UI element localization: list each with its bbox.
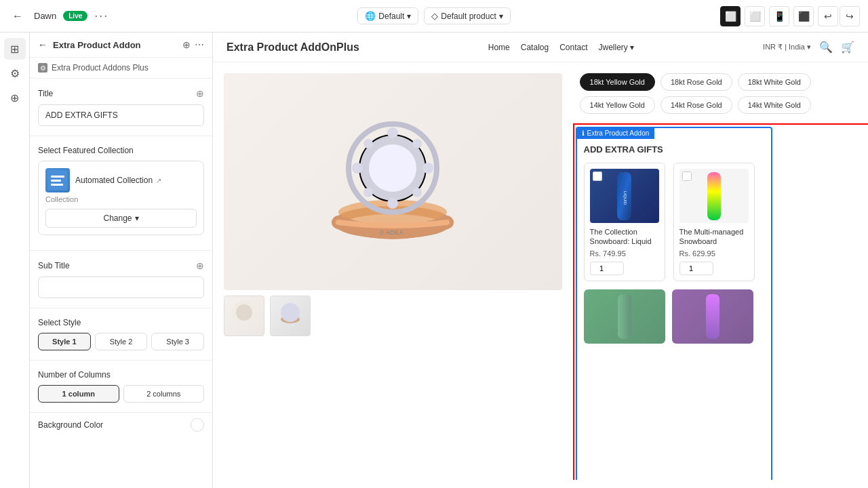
tablet-view-btn[interactable]: ⬜ (745, 6, 765, 26)
bg-color-section: Background Color (30, 413, 212, 437)
product-selector[interactable]: Default product ▾ (424, 7, 510, 24)
svg-point-22 (281, 303, 300, 322)
product-2-price: Rs. 629.95 (679, 249, 749, 258)
thumbnail-1[interactable] (224, 296, 264, 336)
product-2-qty[interactable] (679, 262, 713, 275)
more-button[interactable]: ··· (94, 9, 108, 23)
external-link-icon[interactable]: ↗ (156, 177, 161, 184)
product-grid: LIQUID The Collection Snowboard: Liquid … (584, 163, 764, 281)
collection-label: Select Featured Collection (38, 146, 134, 155)
2-columns-btn[interactable]: 2 columns (123, 385, 205, 403)
extra-view-btn[interactable]: ⬛ (793, 6, 814, 26)
svg-point-16 (363, 188, 373, 197)
breadcrumb-icon: ⚙ (38, 63, 47, 73)
theme-selector[interactable]: Default ▾ (357, 7, 418, 24)
product-1-qty[interactable] (590, 262, 624, 275)
live-badge: Live (63, 11, 87, 21)
cart-icon[interactable]: 🛒 (841, 41, 854, 54)
1-column-btn[interactable]: 1 column (38, 385, 119, 403)
collection-section: Select Featured Collection Auto (30, 136, 212, 251)
product-1-price: Rs. 749.95 (590, 249, 659, 258)
panel-title: Extra Product Addon (53, 40, 177, 50)
product-checkbox-1[interactable] (593, 171, 602, 181)
18kt-white-gold-btn[interactable]: 18kt White Gold (738, 73, 811, 91)
svg-point-11 (387, 198, 398, 209)
addon-product-3-preview (584, 289, 665, 344)
collection-name: Automated Collection (75, 176, 153, 185)
collection-thumbnail (45, 168, 70, 192)
18kt-rose-gold-btn[interactable]: 18kt Rose Gold (660, 73, 732, 91)
svg-point-9 (369, 144, 416, 192)
panel-back-icon[interactable]: ← (38, 39, 47, 50)
svg-text:⊙ ADILA: ⊙ ADILA (379, 229, 403, 236)
sidebar-icon-sections[interactable]: ⊞ (4, 38, 26, 60)
svg-rect-3 (51, 184, 63, 186)
style-label: Select Style (38, 318, 81, 327)
search-icon[interactable]: 🔍 (819, 41, 833, 54)
thumbnail-2[interactable] (270, 296, 311, 336)
nav-contact[interactable]: Contact (559, 43, 587, 52)
14kt-rose-gold-btn[interactable]: 14kt Rose Gold (660, 96, 732, 114)
main-product-image: ⊙ ADILA (224, 73, 562, 290)
currency-selector[interactable]: INR ₹ | India ▾ (763, 43, 811, 52)
product-2-image (679, 169, 749, 223)
svg-rect-1 (51, 176, 64, 178)
change-label: Change (103, 214, 132, 223)
sidebar-icon-blocks[interactable]: ⊕ (4, 87, 26, 108)
title-input[interactable] (38, 104, 204, 126)
sidebar-icon-settings[interactable]: ⚙ (4, 62, 26, 84)
panel-header: ← Extra Product Addon ⊕ ⋯ (30, 33, 212, 58)
svg-rect-25 (707, 172, 721, 220)
desktop-view-btn[interactable]: ⬜ (720, 6, 741, 26)
collection-type: Collection (45, 195, 197, 203)
addon-product-4-preview (672, 289, 753, 344)
info-icon: ℹ (582, 129, 585, 137)
redo-button[interactable]: ↪ (840, 6, 860, 26)
diamond-icon (431, 11, 438, 21)
nav-catalog[interactable]: Catalog (521, 43, 549, 52)
addon-product-2: The Multi-managed Snowboard Rs. 629.95 (673, 163, 755, 281)
product-1-name: The Collection Snowboard: Liquid (590, 227, 659, 247)
store-header: Extra Product AddOnPlus Home Catalog Con… (213, 33, 868, 62)
mobile-view-btn[interactable]: 📱 (769, 6, 789, 26)
back-button[interactable]: ← (8, 7, 27, 26)
preview-area: Extra Product AddOnPlus Home Catalog Con… (213, 33, 868, 488)
nav-home[interactable]: Home (488, 43, 510, 52)
svg-point-20 (236, 304, 252, 321)
title-db-icon[interactable]: ⊕ (196, 88, 204, 99)
style-3-btn[interactable]: Style 3 (151, 333, 204, 350)
chevron-down-icon2: ▾ (499, 12, 503, 21)
svg-point-15 (412, 139, 422, 148)
color-swatch[interactable] (191, 418, 204, 432)
svg-point-13 (422, 163, 433, 174)
theme-label: Default (378, 12, 404, 21)
14kt-white-gold-btn[interactable]: 14kt White Gold (738, 96, 811, 114)
chevron-down-icon: ▾ (407, 12, 411, 21)
14kt-yellow-gold-btn[interactable]: 14kt Yellow Gold (580, 96, 655, 114)
svg-point-14 (363, 139, 373, 148)
store-logo: Extra Product AddOnPlus (226, 41, 359, 54)
product-2-name: The Multi-managed Snowboard (679, 227, 749, 247)
svg-point-12 (352, 163, 363, 174)
columns-label: Number of Columns (38, 370, 111, 380)
product-checkbox-2[interactable] (682, 171, 692, 181)
product-options-section: 18kt Yellow Gold 18kt Rose Gold 18kt Whi… (573, 62, 868, 480)
undo-button[interactable]: ↩ (818, 6, 838, 26)
change-button[interactable]: Change ▾ (45, 209, 197, 228)
panel-more-icon[interactable]: ⋯ (195, 39, 204, 50)
store-name: Dawn (34, 11, 56, 21)
ring-svg: ⊙ ADILA (298, 87, 488, 277)
style-1-btn[interactable]: Style 1 (38, 333, 91, 350)
svg-rect-28 (706, 294, 719, 339)
18kt-yellow-gold-btn[interactable]: 18kt Yellow Gold (580, 73, 655, 91)
svg-rect-27 (618, 294, 631, 339)
columns-section: Number of Columns 1 column 2 columns (30, 361, 212, 413)
style-2-btn[interactable]: Style 2 (95, 333, 148, 350)
nav-jwellery[interactable]: Jwellery ▾ (599, 43, 635, 52)
addon-product-1: LIQUID The Collection Snowboard: Liquid … (584, 163, 665, 281)
breadcrumb[interactable]: ⚙ Extra Product Addons Plus (30, 58, 212, 79)
subtitle-db-icon[interactable]: ⊕ (196, 260, 204, 271)
panel-db-icon[interactable]: ⊕ (182, 39, 191, 50)
title-section: Title ⊕ (30, 79, 212, 136)
subtitle-input[interactable] (38, 277, 204, 298)
